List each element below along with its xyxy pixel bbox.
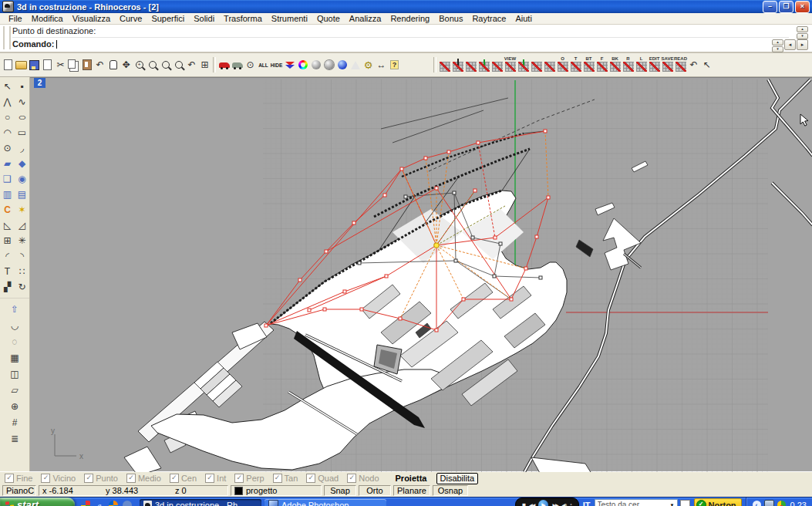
- curve-edit-tool[interactable]: ◡: [0, 317, 29, 333]
- tray-display-icon[interactable]: [764, 500, 774, 506]
- osnap-quad[interactable]: ✓Quad: [306, 474, 339, 483]
- checkbox-icon[interactable]: ✓: [234, 474, 244, 483]
- cplane-bt-button[interactable]: BT: [582, 56, 595, 74]
- checkbox-icon[interactable]: ✓: [205, 474, 214, 483]
- rotate-view-button[interactable]: ✥: [120, 56, 133, 74]
- media-band-arrows[interactable]: ▴▾: [570, 502, 572, 506]
- cplane-top-button[interactable]: O: [556, 56, 569, 74]
- task-button-rhino[interactable]: 3d in costruzione - Rh...: [140, 499, 261, 506]
- prompt-scroll-right-button[interactable]: ▸: [797, 39, 808, 50]
- arc-tool[interactable]: ◠: [0, 125, 15, 140]
- circle-tool[interactable]: ○: [0, 110, 15, 125]
- hide-object-tool[interactable]: ▱: [0, 382, 29, 398]
- layer-indicator[interactable]: progetto: [231, 485, 322, 496]
- viewport[interactable]: 2: [30, 77, 812, 471]
- block-define-tool[interactable]: ▦: [0, 349, 29, 366]
- osnap-punto[interactable]: ✓Punto: [84, 474, 118, 483]
- zoom-dynamic-button[interactable]: +: [133, 56, 146, 74]
- checkbox-icon[interactable]: ✓: [273, 474, 282, 483]
- menu-quote[interactable]: Quote: [312, 14, 345, 23]
- cplane-undo-button[interactable]: ↶: [687, 56, 700, 74]
- prompt-spin-down-button[interactable]: ▾: [772, 46, 783, 52]
- cone-button[interactable]: [349, 56, 362, 74]
- export-button[interactable]: [41, 56, 54, 74]
- menu-strumenti[interactable]: Strumenti: [267, 14, 312, 23]
- render-region-button[interactable]: ⊙: [244, 56, 257, 74]
- hatch-tool[interactable]: ▞: [0, 279, 15, 295]
- search-input[interactable]: Testo da cer...: [598, 501, 669, 506]
- cplane-edit-button[interactable]: EDIT: [648, 56, 661, 74]
- viewport-layout-button[interactable]: ⊞: [198, 56, 211, 74]
- checkbox-icon[interactable]: ✓: [5, 474, 14, 483]
- history-scroll-down-button[interactable]: ▾: [797, 33, 808, 39]
- menu-bonus[interactable]: Bonus: [434, 14, 467, 23]
- menu-raytrace[interactable]: Raytrace: [467, 14, 510, 23]
- viewport-label[interactable]: 2: [34, 78, 45, 88]
- zoom-selected-button[interactable]: [159, 56, 172, 74]
- menu-solidi[interactable]: Solidi: [189, 14, 219, 23]
- command-prompt[interactable]: Comando:: [12, 38, 766, 50]
- surface-corner-tool[interactable]: ◆: [15, 156, 29, 171]
- sphere-tool[interactable]: ◉: [15, 171, 29, 187]
- media-volume-button[interactable]: ◀)): [562, 502, 567, 506]
- cplane-button-5[interactable]: [490, 56, 504, 74]
- cplane-button-2[interactable]: [451, 56, 464, 74]
- ellipse-tool[interactable]: ○: [15, 110, 29, 125]
- paste-button[interactable]: [80, 56, 93, 74]
- checkbox-icon[interactable]: ✓: [41, 474, 50, 483]
- cplane-button-7[interactable]: [517, 56, 530, 74]
- surface-tool[interactable]: ▰: [0, 156, 15, 171]
- rectangle-tool[interactable]: ▭: [15, 125, 29, 140]
- media-player-icon[interactable]: [109, 501, 118, 506]
- cplane-bk-button[interactable]: BK: [608, 56, 622, 74]
- arc-blend-tool[interactable]: ◜: [0, 248, 15, 264]
- osnap-nodo[interactable]: ✓Nodo: [347, 474, 379, 483]
- menu-analizza[interactable]: Analizza: [345, 14, 386, 23]
- history-scroll-up-button[interactable]: ▴: [797, 26, 808, 32]
- dimension-button[interactable]: ↔: [375, 56, 388, 74]
- polyline-tool[interactable]: ⋀: [0, 94, 15, 110]
- language-indicator[interactable]: IT: [579, 501, 595, 506]
- undo-button[interactable]: ↶: [93, 56, 106, 74]
- prompt-spin-up-button[interactable]: ▴: [772, 39, 783, 46]
- osnap-medio[interactable]: ✓Medio: [126, 474, 161, 483]
- cplane-l-button[interactable]: L: [635, 56, 648, 74]
- curve-tools-button[interactable]: C: [0, 202, 15, 218]
- menu-file[interactable]: File: [4, 14, 27, 23]
- trim-tool[interactable]: ◺: [0, 218, 15, 233]
- search-go-button[interactable]: [680, 500, 690, 506]
- minimize-button[interactable]: –: [763, 1, 777, 13]
- split-tool[interactable]: ◿: [15, 218, 29, 233]
- cplane-button-9[interactable]: [543, 56, 556, 74]
- quick-launch-icon-4[interactable]: [123, 501, 132, 506]
- cplane-read-button[interactable]: READ: [674, 56, 687, 74]
- new-button[interactable]: [2, 56, 15, 74]
- cplane-t-button[interactable]: T: [569, 56, 582, 74]
- target-tool[interactable]: ⊕: [0, 398, 29, 414]
- layers-button[interactable]: [283, 56, 296, 74]
- mirror-tool[interactable]: ◫: [0, 366, 29, 382]
- close-button[interactable]: ×: [795, 1, 810, 13]
- show-all-button[interactable]: ALL: [257, 56, 270, 74]
- lasso-tool[interactable]: ◌: [0, 333, 29, 349]
- search-dropdown-icon[interactable]: ▼: [670, 503, 675, 506]
- cylinder-tool[interactable]: ▥: [0, 187, 15, 202]
- menu-modifica[interactable]: Modifica: [27, 14, 68, 23]
- cplane-save-button[interactable]: SAVE: [661, 56, 674, 74]
- tray-network-icon[interactable]: [777, 501, 786, 506]
- notes-tool[interactable]: ≣: [0, 430, 29, 447]
- checkbox-icon[interactable]: ✓: [84, 474, 93, 483]
- checkbox-icon[interactable]: ✓: [306, 474, 315, 483]
- fillet-tool[interactable]: ◞: [15, 140, 29, 156]
- text-tool[interactable]: T: [0, 264, 15, 279]
- media-stop-button[interactable]: ■: [522, 501, 525, 506]
- prompt-scroll-left-button[interactable]: ◂: [784, 39, 796, 50]
- cplane-view-button[interactable]: VIEW: [504, 56, 517, 74]
- array-tool[interactable]: ⊞: [0, 233, 15, 248]
- cplane-button-3[interactable]: [464, 56, 477, 74]
- start-button[interactable]: start: [0, 498, 75, 506]
- circle-center-tool[interactable]: ⊙: [0, 140, 15, 156]
- menu-superfici[interactable]: Superfici: [147, 14, 189, 23]
- checkbox-icon[interactable]: ✓: [126, 474, 136, 483]
- orto-toggle[interactable]: Orto: [359, 485, 391, 496]
